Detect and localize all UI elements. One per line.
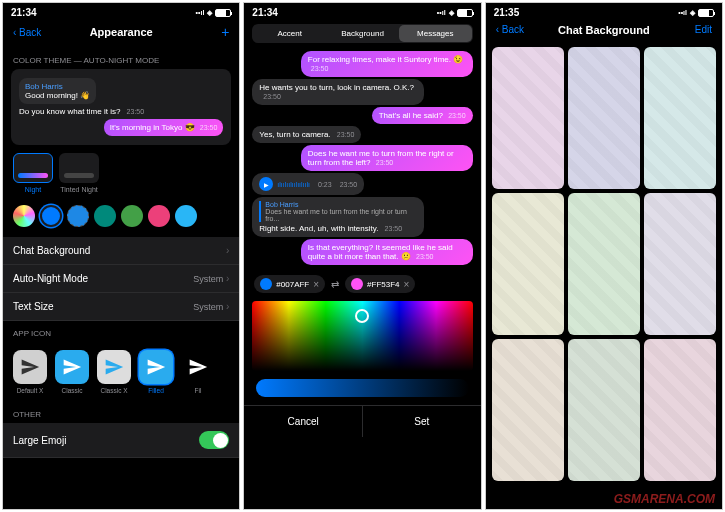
background-tile[interactable] xyxy=(644,193,716,335)
chevron-right-icon: › xyxy=(226,301,229,312)
paper-plane-icon xyxy=(104,357,124,377)
play-icon: ▶ xyxy=(259,177,273,191)
preview-message-out: It's morning in Tokyo 😎 23:50 xyxy=(104,119,224,136)
waveform-icon: ılıılıılıılıılıılı xyxy=(277,181,310,188)
message-out: Is that everything? It seemed like he sa… xyxy=(301,239,473,265)
tab-background[interactable]: Background xyxy=(326,25,399,42)
row-text-size[interactable]: Text Size System › xyxy=(3,293,239,321)
status-bar: 21:35 ••ıl ◈ xyxy=(486,3,722,20)
battery-icon xyxy=(215,9,231,17)
background-tile[interactable] xyxy=(568,47,640,189)
screen-chat-background: 21:35 ••ıl ◈ ‹ Back Chat Background Edit xyxy=(485,2,723,510)
color-blue[interactable] xyxy=(40,205,62,227)
back-button[interactable]: ‹ Back xyxy=(13,27,41,38)
brightness-slider[interactable] xyxy=(256,379,468,397)
background-tile[interactable] xyxy=(492,47,564,189)
page-title: Chat Background xyxy=(558,24,650,36)
status-bar: 21:34 ••ıl ◈ xyxy=(244,3,480,20)
message-reply: Bob Harris Does he want me to turn from … xyxy=(252,197,424,237)
color-option[interactable] xyxy=(121,205,143,227)
background-grid xyxy=(486,43,722,485)
status-time: 21:34 xyxy=(11,7,37,18)
background-tile[interactable] xyxy=(568,339,640,481)
color-option[interactable] xyxy=(94,205,116,227)
color-selector xyxy=(3,201,239,237)
row-large-emoji: Large Emoji xyxy=(3,423,239,458)
paper-plane-icon xyxy=(188,357,208,377)
signal-icon: ••ıl xyxy=(678,9,687,16)
sender-name: Bob Harris xyxy=(25,82,90,91)
signal-icon: ••ıl xyxy=(437,9,446,16)
background-tile[interactable] xyxy=(492,339,564,481)
hex-input-row: #007AFF × ⇄ #FF53F4 × xyxy=(244,269,480,299)
segment-control: Accent Background Messages xyxy=(252,24,472,43)
color-picker[interactable] xyxy=(252,301,472,371)
battery-icon xyxy=(698,9,714,17)
swap-icon[interactable]: ⇄ xyxy=(331,279,339,290)
watermark: GSMARENA.COM xyxy=(614,492,715,506)
clear-icon[interactable]: × xyxy=(313,279,319,290)
action-buttons: Cancel Set xyxy=(244,405,480,437)
status-bar: 21:34 ••ıl ◈ xyxy=(3,3,239,20)
preview-text: Do you know what time it is? xyxy=(19,107,120,116)
cancel-button[interactable]: Cancel xyxy=(244,406,363,437)
color-option[interactable] xyxy=(67,205,89,227)
hex-input-2[interactable]: #FF53F4 × xyxy=(345,275,415,293)
status-right: ••ıl ◈ xyxy=(678,7,714,18)
theme-night[interactable]: Night xyxy=(13,153,53,193)
icon-classic-x[interactable]: Classic X xyxy=(97,350,131,394)
voice-message[interactable]: ▶ ılıılıılıılıılıılı 0:23 23:50 xyxy=(252,173,364,195)
color-option[interactable] xyxy=(148,205,170,227)
background-tile[interactable] xyxy=(644,47,716,189)
add-button[interactable]: + xyxy=(221,24,229,40)
status-time: 21:35 xyxy=(494,7,520,18)
app-icon-selector: Default X Classic Classic X Filled Fil xyxy=(3,342,239,402)
screen-color-editor: 21:34 ••ıl ◈ Accent Background Messages … xyxy=(243,2,481,510)
chevron-right-icon: › xyxy=(226,245,229,256)
row-auto-night[interactable]: Auto-Night Mode System › xyxy=(3,265,239,293)
tab-messages[interactable]: Messages xyxy=(399,25,472,42)
color-dot xyxy=(260,278,272,290)
chat-preview: For relaxing times, make it Suntory time… xyxy=(244,47,480,269)
theme-selector: Night Tinted Night xyxy=(3,145,239,201)
theme-tinted-night[interactable]: Tinted Night xyxy=(59,153,99,193)
edit-button[interactable]: Edit xyxy=(695,24,712,35)
page-title: Appearance xyxy=(90,26,153,38)
status-right: ••ıl ◈ xyxy=(196,7,232,18)
message-in: Yes, turn to camera. 23:50 xyxy=(252,126,361,143)
back-button[interactable]: ‹ Back xyxy=(496,24,524,35)
row-chat-background[interactable]: Chat Background › xyxy=(3,237,239,265)
chat-preview: Bob Harris Good morning! 👋 Do you know w… xyxy=(11,69,231,145)
battery-icon xyxy=(457,9,473,17)
background-tile[interactable] xyxy=(644,339,716,481)
reply-quote: Bob Harris Does he want me to turn from … xyxy=(259,201,417,222)
clear-icon[interactable]: × xyxy=(404,279,410,290)
preview-message-in: Bob Harris Good morning! 👋 xyxy=(19,78,96,104)
icon-default-x[interactable]: Default X xyxy=(13,350,47,394)
tab-accent[interactable]: Accent xyxy=(253,25,326,42)
color-multi[interactable] xyxy=(13,205,35,227)
icon-fil[interactable]: Fil xyxy=(181,350,215,394)
hex-input-1[interactable]: #007AFF × xyxy=(254,275,325,293)
color-dot xyxy=(351,278,363,290)
status-time: 21:34 xyxy=(252,7,278,18)
set-button[interactable]: Set xyxy=(363,406,481,437)
section-header-icon: APP ICON xyxy=(3,321,239,342)
background-tile[interactable] xyxy=(492,193,564,335)
background-tile[interactable] xyxy=(568,193,640,335)
icon-classic[interactable]: Classic xyxy=(55,350,89,394)
icon-filled[interactable]: Filled xyxy=(139,350,173,394)
screen-appearance: 21:34 ••ıl ◈ ‹ Back Appearance + COLOR T… xyxy=(2,2,240,510)
message-out: Does he want me to turn from the right o… xyxy=(301,145,473,171)
timestamp: 23:50 xyxy=(127,108,145,115)
wifi-icon: ◈ xyxy=(207,9,212,17)
large-emoji-toggle[interactable] xyxy=(199,431,229,449)
message-out: For relaxing times, make it Suntory time… xyxy=(301,51,473,77)
paper-plane-icon xyxy=(20,357,40,377)
signal-icon: ••ıl xyxy=(196,9,205,16)
status-right: ••ıl ◈ xyxy=(437,7,473,18)
wifi-icon: ◈ xyxy=(449,9,454,17)
color-option[interactable] xyxy=(175,205,197,227)
paper-plane-icon xyxy=(146,357,166,377)
picker-handle[interactable] xyxy=(355,309,369,323)
